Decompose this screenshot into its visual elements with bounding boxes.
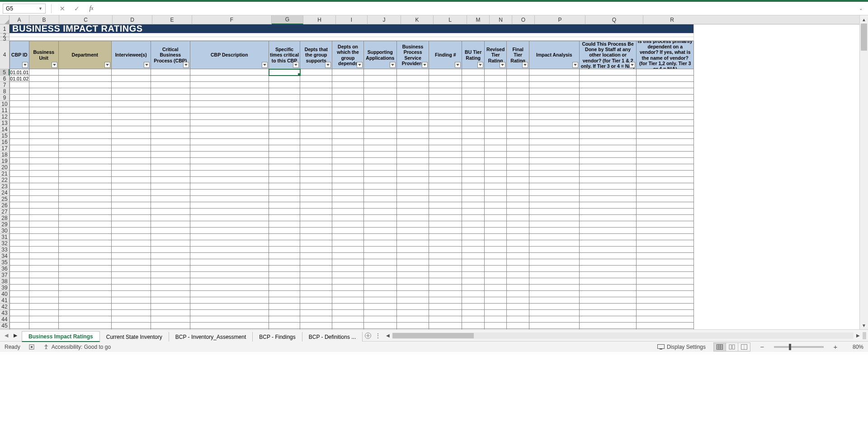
- row-header-29[interactable]: 29: [0, 221, 9, 228]
- header-cell-M[interactable]: BU Tier Rating: [462, 41, 485, 69]
- cell-Q35[interactable]: [580, 259, 637, 266]
- column-header-E[interactable]: E: [152, 15, 192, 24]
- cell-F33[interactable]: [190, 247, 269, 253]
- cell-F43[interactable]: [190, 310, 269, 316]
- filter-button-M[interactable]: [477, 62, 483, 68]
- filter-button-Q[interactable]: [629, 62, 635, 68]
- name-box[interactable]: G5 ▼: [3, 4, 46, 14]
- cell-D21[interactable]: [112, 171, 151, 177]
- cell-G44[interactable]: [269, 316, 300, 323]
- cell-F9[interactable]: [190, 95, 269, 101]
- cell-L24[interactable]: [429, 190, 462, 196]
- cell-O30[interactable]: [507, 228, 529, 234]
- row-header-38[interactable]: 38: [0, 278, 9, 285]
- cell-G16[interactable]: [269, 139, 300, 145]
- header-cell-Q[interactable]: Could This Process Be Done by Staff at a…: [580, 41, 637, 69]
- cell-R45[interactable]: [637, 323, 694, 329]
- cell-M28[interactable]: [462, 215, 485, 221]
- cell-H9[interactable]: [300, 95, 332, 101]
- cell-F28[interactable]: [190, 215, 269, 221]
- cell-I46[interactable]: [332, 329, 363, 329]
- header-cell-A[interactable]: CBP ID: [9, 41, 29, 69]
- cell-B44[interactable]: [29, 316, 59, 323]
- column-header-F[interactable]: F: [192, 15, 272, 24]
- cell-F24[interactable]: [190, 190, 269, 196]
- cell-B29[interactable]: [29, 221, 59, 228]
- cell-M33[interactable]: [462, 247, 485, 253]
- cell-R29[interactable]: [637, 221, 694, 228]
- cell-Q13[interactable]: [580, 120, 637, 126]
- cell-E32[interactable]: [151, 240, 190, 247]
- cell-M29[interactable]: [462, 221, 485, 228]
- cell-E12[interactable]: [151, 114, 190, 120]
- cell-Q6[interactable]: [580, 76, 637, 82]
- cell-D26[interactable]: [112, 202, 151, 209]
- cell-P16[interactable]: [529, 139, 580, 145]
- cell-G46[interactable]: [269, 329, 300, 329]
- cell-K40[interactable]: [397, 291, 429, 297]
- cell-K25[interactable]: [397, 196, 429, 202]
- cell-G23[interactable]: [269, 183, 300, 190]
- cell-M31[interactable]: [462, 234, 485, 240]
- cell-K24[interactable]: [397, 190, 429, 196]
- cell-N27[interactable]: [485, 209, 507, 215]
- cell-G40[interactable]: [269, 291, 300, 297]
- row-header-8[interactable]: 8: [0, 88, 9, 95]
- cell-H39[interactable]: [300, 285, 332, 291]
- cell-J22[interactable]: [364, 177, 397, 183]
- cell-R12[interactable]: [637, 114, 694, 120]
- cell-E28[interactable]: [151, 215, 190, 221]
- cell-K9[interactable]: [397, 95, 429, 101]
- cell-K27[interactable]: [397, 209, 429, 215]
- cell-G31[interactable]: [269, 234, 300, 240]
- cell-P9[interactable]: [529, 95, 580, 101]
- cell-E46[interactable]: [151, 329, 190, 329]
- cell-B15[interactable]: [29, 133, 59, 139]
- column-header-H[interactable]: H: [303, 15, 336, 24]
- cell-C20[interactable]: [59, 164, 112, 171]
- cell-G30[interactable]: [269, 228, 300, 234]
- cell-R35[interactable]: [637, 259, 694, 266]
- cell-J38[interactable]: [364, 278, 397, 285]
- accessibility-status[interactable]: Accessibility: Good to go: [43, 344, 111, 350]
- cell-L43[interactable]: [429, 310, 462, 316]
- cell-D9[interactable]: [112, 95, 151, 101]
- cell-K21[interactable]: [397, 171, 429, 177]
- cell-D33[interactable]: [112, 247, 151, 253]
- scroll-down-button[interactable]: ▼: [860, 321, 868, 329]
- cell-Q16[interactable]: [580, 139, 637, 145]
- cell-D23[interactable]: [112, 183, 151, 190]
- cell-I38[interactable]: [332, 278, 363, 285]
- cell-P14[interactable]: [529, 126, 580, 133]
- cell-P10[interactable]: [529, 101, 580, 107]
- cell-Q8[interactable]: [580, 88, 637, 95]
- cell-E25[interactable]: [151, 196, 190, 202]
- cell-F44[interactable]: [190, 316, 269, 323]
- cell-L15[interactable]: [429, 133, 462, 139]
- cell-D35[interactable]: [112, 259, 151, 266]
- row-header-6[interactable]: 6: [0, 76, 9, 82]
- cell-F36[interactable]: [190, 266, 269, 272]
- cell-H30[interactable]: [300, 228, 332, 234]
- cell-P28[interactable]: [529, 215, 580, 221]
- cell-C9[interactable]: [59, 95, 112, 101]
- cell-E17[interactable]: [151, 145, 190, 152]
- cell-K35[interactable]: [397, 259, 429, 266]
- cell-N10[interactable]: [485, 101, 507, 107]
- cell-L39[interactable]: [429, 285, 462, 291]
- cell-Q43[interactable]: [580, 310, 637, 316]
- cell-C30[interactable]: [59, 228, 112, 234]
- cell-Q37[interactable]: [580, 272, 637, 278]
- cell-O41[interactable]: [507, 297, 529, 304]
- cell-J32[interactable]: [364, 240, 397, 247]
- cell-N39[interactable]: [485, 285, 507, 291]
- row-headers[interactable]: 1234567891011121314151617181920212223242…: [0, 24, 9, 329]
- cell-P7[interactable]: [529, 82, 580, 88]
- cell-B27[interactable]: [29, 209, 59, 215]
- cell-L33[interactable]: [429, 247, 462, 253]
- cell-O5[interactable]: [507, 69, 529, 76]
- row-header-30[interactable]: 30: [0, 228, 9, 234]
- cell-P36[interactable]: [529, 266, 580, 272]
- cell-M5[interactable]: [462, 69, 485, 76]
- cell-M21[interactable]: [462, 171, 485, 177]
